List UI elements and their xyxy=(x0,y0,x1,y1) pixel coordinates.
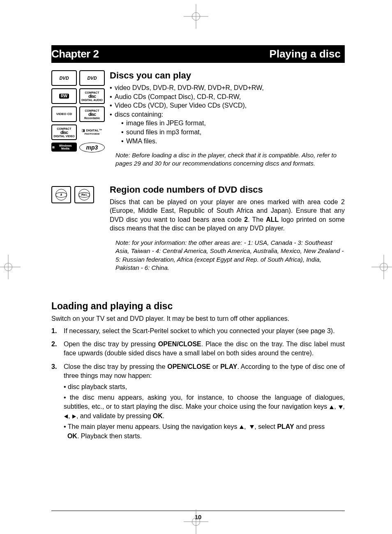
dvd-video-icon: DVD xyxy=(51,70,77,86)
video-cd-icon: VIDEO CD xyxy=(51,106,77,122)
step-3: Close the disc tray by pressing the OPEN… xyxy=(51,362,345,441)
section1-heading: Discs you can play xyxy=(110,70,345,81)
arrow-down-icon xyxy=(250,425,254,429)
compact-disc-audio-icon: COMPACTdiscDIGITAL AUDIO xyxy=(79,88,105,104)
windows-media-icon: ⊞ Windows Media xyxy=(51,143,77,152)
arrow-left-icon xyxy=(64,414,68,419)
section3-intro: Switch on your TV set and DVD player. It… xyxy=(51,314,345,323)
dvd-r-icon: DVD xyxy=(79,70,105,86)
chapter-header: Chapter 2 Playing a disc xyxy=(51,45,345,63)
arrow-up-icon xyxy=(330,405,334,409)
section1-body: •video DVDs, DVD-R, DVD-RW, DVD+R, DVD+R… xyxy=(110,83,345,145)
chapter-label: Chapter 2 xyxy=(51,48,99,60)
format-icons-grid: DVD DVD RW COMPACTdiscDIGITAL AUDIO VIDE… xyxy=(51,70,105,152)
section-loading-playing: Loading and playing a disc Switch on you… xyxy=(51,301,345,441)
region-2-icon: 2 xyxy=(51,186,71,203)
arrow-up-icon xyxy=(240,425,244,429)
step-1: If necessary, select the Scart-Peritel s… xyxy=(51,327,345,336)
page-title: Playing a disc xyxy=(270,48,341,60)
mp3-icon: mp3 xyxy=(79,143,105,152)
region-all-icon: ALL xyxy=(74,186,94,203)
dvd-rw-icon: RW xyxy=(51,88,77,104)
steps-list: If necessary, select the Scart-Peritel s… xyxy=(51,327,345,441)
section-region-codes: 2 ALL Region code numbers of DVD discs D… xyxy=(51,184,345,272)
section-discs-you-can-play: DVD DVD RW COMPACTdiscDIGITAL AUDIO VIDE… xyxy=(51,70,345,168)
section2-heading: Region code numbers of DVD discs xyxy=(110,184,345,195)
section1-note: Note: Before loading a disc in the playe… xyxy=(110,151,345,168)
arrow-right-icon xyxy=(72,414,76,419)
region-icons: 2 ALL xyxy=(51,186,105,203)
section3-heading: Loading and playing a disc xyxy=(51,301,345,312)
digital-photoview-icon: ◨ DIGITAL™PHOTOVIEW xyxy=(79,124,105,140)
section2-note: Note: for your information: the other ar… xyxy=(110,239,345,272)
arrow-down-icon xyxy=(339,405,343,409)
compact-disc-recordable-icon: COMPACTdiscRecordable xyxy=(79,106,105,122)
compact-disc-video-icon: COMPACTdiscDIGITAL VIDEO xyxy=(51,124,77,140)
step-2: Open the disc tray by pressing OPEN/CLOS… xyxy=(51,340,345,358)
section2-body: Discs that can be played on your player … xyxy=(110,198,345,233)
